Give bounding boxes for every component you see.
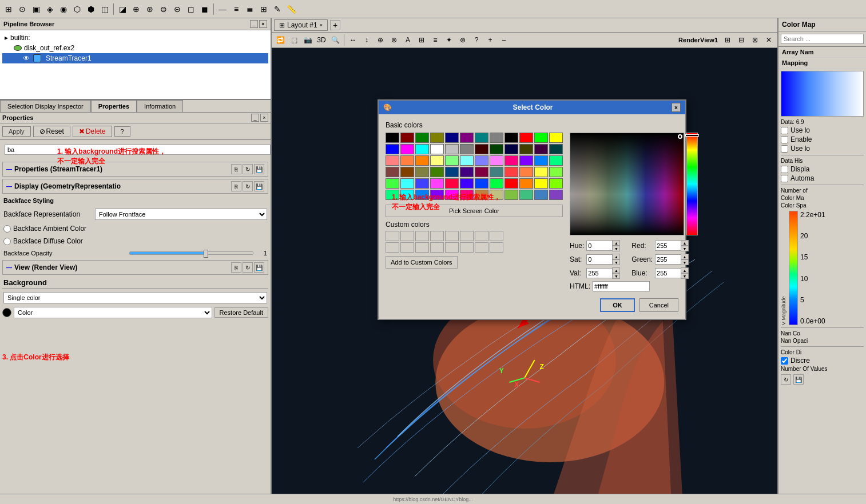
swatch-gray[interactable] <box>490 133 503 143</box>
vt-btn-7[interactable]: ⊗ <box>388 34 400 46</box>
section-display[interactable]: — Display (GeometryRepresentatio ⎘ ↻ 💾 <box>2 179 268 194</box>
swatch-magenta[interactable] <box>400 144 414 154</box>
swatch-darkblue[interactable] <box>445 133 459 143</box>
color-swatch-btn[interactable] <box>2 308 11 317</box>
swatch-r17[interactable] <box>415 167 429 177</box>
vt-layout-btn-1[interactable]: ⊞ <box>721 34 734 46</box>
swatch-r49[interactable] <box>534 190 548 200</box>
toolbar-icon-2[interactable]: ⊙ <box>16 3 29 15</box>
swatch-r28[interactable] <box>400 178 414 189</box>
pipeline-minimize-btn[interactable]: _ <box>250 20 258 28</box>
vt-btn-13[interactable]: ? <box>470 34 483 46</box>
vt-btn-9[interactable]: ⊞ <box>415 34 428 46</box>
swatch-r8[interactable] <box>460 155 474 166</box>
delete-button[interactable]: ✖ Delete <box>73 126 112 137</box>
backface-ambient-radio[interactable] <box>3 225 11 233</box>
pipeline-item-builtin[interactable]: ▸ builtin: <box>2 33 268 43</box>
vt-btn-zoom[interactable]: 🔍 <box>329 34 341 46</box>
vt-btn-14[interactable]: + <box>484 34 496 46</box>
section-save-btn[interactable]: 💾 <box>254 164 264 174</box>
hue-down-btn[interactable]: ▼ <box>612 246 620 251</box>
swatch-darkred[interactable] <box>400 133 414 143</box>
swatch-white[interactable] <box>430 144 444 154</box>
swatch-r46[interactable] <box>490 190 503 200</box>
swatch-teal2[interactable] <box>549 144 563 154</box>
pick-screen-color-btn[interactable]: Pick Screen Color <box>386 205 563 217</box>
swatch-black[interactable] <box>386 133 399 143</box>
swatch-r48[interactable] <box>519 190 533 200</box>
add-to-custom-btn[interactable]: Add to Custom Colors <box>386 256 458 269</box>
color-map-search-input[interactable] <box>781 34 864 44</box>
toolbar-icon-18[interactable]: ≣ <box>244 3 256 15</box>
swatch-r41[interactable] <box>415 190 429 200</box>
toolbar-icon-7[interactable]: ⬢ <box>85 3 97 15</box>
red-up-btn[interactable]: ▲ <box>681 240 689 246</box>
swatch-r36[interactable] <box>519 178 533 189</box>
custom-swatch-4[interactable] <box>430 231 444 241</box>
restore-default-btn[interactable]: Restore Default <box>214 307 268 318</box>
toolbar-icon-6[interactable]: ⬡ <box>71 3 84 15</box>
use-lo2-checkbox[interactable] <box>781 145 788 153</box>
properties-close-btn[interactable]: × <box>260 114 268 122</box>
swatch-r47[interactable] <box>504 190 518 200</box>
vt-btn-12[interactable]: ⊛ <box>456 34 469 46</box>
swatch-r16[interactable] <box>400 167 414 177</box>
swatch-purple[interactable] <box>460 133 474 143</box>
toolbar-icon-13[interactable]: ⊝ <box>171 3 184 15</box>
red-down-btn[interactable]: ▼ <box>681 246 689 251</box>
custom-swatch-8[interactable] <box>490 231 503 241</box>
toolbar-icon-4[interactable]: ◈ <box>43 3 56 15</box>
section-copy-btn[interactable]: ⎘ <box>231 164 241 174</box>
green-down-btn[interactable]: ▼ <box>681 259 689 265</box>
swatch-r34[interactable] <box>490 178 503 189</box>
swatch-silver[interactable] <box>445 144 459 154</box>
custom-swatch-7[interactable] <box>475 231 488 241</box>
red-input[interactable] <box>655 241 681 251</box>
vt-btn-3[interactable]: 📷 <box>301 34 314 46</box>
hue-slider[interactable] <box>686 133 698 235</box>
section-display-save-btn[interactable]: 💾 <box>254 181 264 191</box>
toolbar-icon-15[interactable]: ◼ <box>198 3 211 15</box>
custom-swatch-11[interactable] <box>415 242 429 253</box>
backface-rep-select[interactable]: Follow Frontface <box>95 209 267 220</box>
toolbar-icon-17[interactable]: ≡ <box>230 3 243 15</box>
swatch-black2[interactable] <box>504 133 518 143</box>
vt-btn-10[interactable]: ≡ <box>429 34 442 46</box>
blue-input[interactable] <box>655 268 681 278</box>
swatch-r7[interactable] <box>445 155 459 166</box>
right-refresh-btn[interactable]: ↻ <box>781 374 791 385</box>
custom-swatch-10[interactable] <box>400 242 414 253</box>
swatch-r20[interactable] <box>460 167 474 177</box>
swatch-r12[interactable] <box>519 155 533 166</box>
swatch-gray2[interactable] <box>460 144 474 154</box>
properties-search-input[interactable] <box>5 145 271 155</box>
vt-btn-11[interactable]: ✦ <box>443 34 455 46</box>
swatch-r50[interactable] <box>549 190 563 200</box>
dialog-ok-btn[interactable]: OK <box>600 298 635 312</box>
custom-swatch-12[interactable] <box>430 242 444 253</box>
toolbar-icon-5[interactable]: ◉ <box>57 3 70 15</box>
toolbar-icon-20[interactable]: ✎ <box>271 3 284 15</box>
swatch-navy2[interactable] <box>504 144 518 154</box>
val-up-btn[interactable]: ▲ <box>612 267 620 273</box>
blue-up-btn[interactable]: ▲ <box>681 267 689 273</box>
hue-up-btn[interactable]: ▲ <box>612 240 620 246</box>
discrete-checkbox[interactable] <box>781 357 788 365</box>
dialog-cancel-btn[interactable]: Cancel <box>639 298 678 312</box>
pipeline-close-btn[interactable]: × <box>259 20 267 28</box>
swatch-r23[interactable] <box>504 167 518 177</box>
layout-tab-1[interactable]: ⊞ Layout #1 × <box>274 19 328 31</box>
hue-input[interactable] <box>586 241 612 251</box>
vt-layout-btn-3[interactable]: ⊠ <box>749 34 761 46</box>
enable-checkbox[interactable] <box>781 136 788 143</box>
section-properties-streamtracer[interactable]: — Properties (StreamTracer1) ⎘ ↻ 💾 <box>2 162 268 177</box>
swatch-r21[interactable] <box>475 167 488 177</box>
swatch-r13[interactable] <box>534 155 548 166</box>
toolbar-icon-8[interactable]: ◫ <box>98 3 111 15</box>
swatch-r30[interactable] <box>430 178 444 189</box>
swatch-r9[interactable] <box>475 155 488 166</box>
backface-opacity-slider[interactable] <box>129 251 254 255</box>
vt-btn-1[interactable]: 🔁 <box>274 34 287 46</box>
tab-properties[interactable]: Properties <box>91 100 137 112</box>
sat-up-btn[interactable]: ▲ <box>612 254 620 259</box>
